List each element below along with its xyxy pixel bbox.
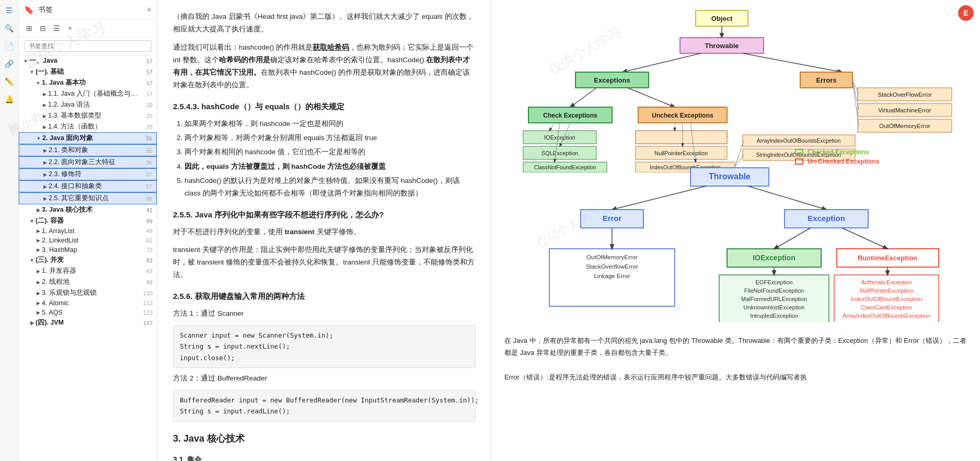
- sidebar-item-java-intro[interactable]: ▶ 1.1. Java 入门（基础概念与常识） 17: [19, 88, 157, 99]
- sidebar-item-label: 2.3. 修饰符: [49, 170, 142, 179]
- pdf-code-block-1: Scanner input = new Scanner(System.in); …: [173, 325, 476, 368]
- expand-all-icon[interactable]: ⊞: [24, 23, 34, 33]
- svg-text:IntruptedException: IntruptedException: [750, 313, 798, 319]
- svg-text:Exception: Exception: [808, 214, 845, 223]
- pdf-para1: 通过我们可以看出：hashcode() 的作用就是获取哈希码，也称为散列码；它实…: [173, 41, 476, 92]
- arrow-icon: ▼: [28, 218, 36, 224]
- collapse-all-icon[interactable]: ⊟: [38, 23, 48, 33]
- sidebar-item-java-oop[interactable]: ▼ 2. Java 面向对象 35: [19, 132, 157, 144]
- svg-text:IlegalArgumentException: IlegalArgumentException: [856, 321, 917, 322]
- bell-icon[interactable]: 🔔: [3, 93, 16, 106]
- sidebar-item-oop-decorator[interactable]: ▶ 2.3. 修饰符 37: [19, 168, 157, 180]
- sidebar-item-aqs[interactable]: ▶ 5. AQS 123: [19, 308, 157, 317]
- sidebar-item-page: 28: [144, 124, 155, 130]
- sidebar-item-label: 一、Java: [29, 56, 142, 65]
- pdf-method2-label: 方法 2：通过 BufferedReader: [173, 372, 476, 385]
- sidebar-item-oop-class[interactable]: ▶ 2.1. 类和对象 35: [19, 144, 157, 156]
- sidebar-item-atomic[interactable]: ▶ 4. Atomic 112: [19, 298, 157, 308]
- sidebar-item-locks[interactable]: ▶ 3. 乐观锁与悲观锁 110: [19, 287, 157, 298]
- sidebar-item-java-methods[interactable]: ▶ 1.4. 方法（函数） 28: [19, 121, 157, 132]
- sidebar-item-hashmap[interactable]: ▶ 3. HashMap 72: [19, 245, 157, 255]
- sidebar-item-two-container[interactable]: ▼ (二). 容器 49: [19, 215, 157, 226]
- bookmark-list-icon[interactable]: ☰: [51, 23, 62, 33]
- sidebar-item-oop-three[interactable]: ▶ 2.2. 面向对象三大特征 36: [19, 156, 157, 168]
- svg-text:Throwable: Throwable: [705, 42, 739, 50]
- svg-text:IOException: IOException: [753, 253, 795, 262]
- arrow-icon: ▶: [41, 113, 48, 119]
- sidebar-item-arraylist[interactable]: ▶ 1. ArrayList 49: [19, 226, 157, 236]
- sidebar-item-page: 17: [144, 58, 155, 64]
- pen-icon[interactable]: ✏️: [3, 75, 16, 88]
- svg-line-21: [570, 88, 596, 107]
- sidebar-item-oop-other[interactable]: ▶ 2.5. 其它重要知识点 38: [19, 192, 157, 204]
- sidebar-close-button[interactable]: ×: [147, 5, 152, 15]
- arrow-icon: ▶: [34, 247, 42, 252]
- sidebar-item-four-jvm[interactable]: ▶ (四). JVM 137: [19, 317, 157, 328]
- svg-text:NullPointerException: NullPointerException: [860, 287, 913, 294]
- arrow-icon: ▶: [41, 148, 49, 153]
- pdf-serializable-para: 对于不想进行序列化的变量，使用 transient 关键字修饰。: [173, 226, 476, 238]
- svg-line-71: [842, 228, 887, 249]
- svg-rect-39: [636, 131, 727, 144]
- link-icon[interactable]: 🔗: [3, 57, 16, 70]
- sidebar-item-label: 1. ArrayList: [42, 227, 142, 235]
- arrow-icon: ▼: [28, 258, 36, 263]
- arrow-icon: ▼: [22, 59, 29, 64]
- bookmark-icon: 🔖: [24, 5, 34, 15]
- sidebar-item-label: 2. Java 面向对象: [42, 134, 142, 143]
- pdf-text-area[interactable]: 仅供个人学习 禁止商业使用 （摘自我的 Java 启蒙书《Head first …: [157, 0, 492, 461]
- pdf-heading31: 3.1. 集合: [173, 453, 476, 461]
- sidebar-item-label: 2.2. 面向对象三大特征: [49, 158, 142, 167]
- sidebar-item-oop-interface[interactable]: ▶ 2.4. 接口和抽象类 37: [19, 180, 157, 192]
- sidebar-item-page: 137: [143, 320, 155, 326]
- sidebar-toolbar: ⊞ ⊟ ☰ ＋: [19, 20, 157, 37]
- document-icon[interactable]: 📄: [3, 40, 16, 52]
- sidebar-item-label: 5. AQS: [42, 309, 141, 316]
- bookmark-add-icon[interactable]: ＋: [65, 23, 75, 33]
- sidebar-item-three-concurrent[interactable]: ▼ (三). 并发 83: [19, 255, 157, 266]
- arrow-icon: ▼: [34, 80, 42, 86]
- sidebar-item-java-basic[interactable]: ▼ 1. Java 基本功 17: [19, 77, 157, 88]
- arrow-icon: ▶: [34, 280, 42, 285]
- sidebar-item-thread-pool[interactable]: ▶ 2. 线程池 88: [19, 276, 157, 287]
- svg-text:Check Exceptions: Check Exceptions: [543, 112, 597, 119]
- sidebar-item-label: 1.4. 方法（函数）: [48, 122, 142, 131]
- arrow-icon: ▶: [41, 184, 49, 189]
- sidebar-search-input[interactable]: [24, 40, 152, 52]
- sidebar-item-label: 2.4. 接口和抽象类: [49, 182, 142, 191]
- menu-icon[interactable]: ☰: [3, 4, 16, 17]
- sidebar-item-java-core[interactable]: ▶ 3. Java 核心技术 41: [19, 204, 157, 215]
- sidebar-item-linkedlist[interactable]: ▶ 2. LinkedList 62: [19, 236, 157, 245]
- sidebar-item-page: 35: [144, 147, 154, 154]
- exception-hierarchy-bottom-svg: Throwable Error Exception OutOfMemoryErr…: [502, 165, 980, 322]
- sidebar-item-page: 37: [144, 183, 154, 190]
- sidebar-item-label: (一). 基础: [36, 67, 142, 76]
- arrow-icon: ▶: [34, 310, 42, 315]
- sidebar-item-label: (四). JVM: [36, 318, 141, 327]
- main-content: 仅供个人学习 禁止商业使用 （摘自我的 Java 启蒙书《Head first …: [157, 0, 980, 461]
- legend-checked-box: [795, 149, 803, 155]
- sidebar-item-java-types[interactable]: ▶ 1.3. 基本数据类型 25: [19, 110, 157, 121]
- legend-unchecked: Un-Checked Exceptions: [795, 158, 970, 165]
- pdf-intro-para: （摘自我的 Java 启蒙书《Head first java》第二版）。这样我们…: [173, 10, 476, 36]
- user-avatar[interactable]: E: [958, 5, 974, 21]
- bottom-text-2: Error（错误）:是程序无法处理的错误，表示运行应用程序中较严重问题。大多数错…: [504, 371, 967, 383]
- svg-text:ArrayIndexOutOfBoundsExcpetion: ArrayIndexOutOfBoundsExcpetion: [757, 137, 841, 144]
- arrow-icon: ▶: [41, 124, 48, 130]
- pdf-heading-serializable: 2.5.5. Java 序列化中如果有些字段不想进行序列化，怎么办?: [173, 208, 476, 222]
- sidebar-item-label: 2. LinkedList: [42, 237, 142, 244]
- svg-text:SQLException: SQLException: [541, 150, 578, 156]
- sidebar-item-page: 41: [144, 207, 155, 213]
- search-strip-icon[interactable]: 🔍: [3, 22, 16, 34]
- svg-text:IOException: IOException: [544, 134, 575, 141]
- sidebar-item-java-syntax[interactable]: ▶ 1.2. Java 语法 20: [19, 99, 157, 110]
- sidebar-item-concurrent-container[interactable]: ▶ 1. 并发容器 83: [19, 266, 157, 276]
- sidebar-item-one-java[interactable]: ▼ 一、Java 17: [19, 55, 157, 66]
- svg-text:StackOverflowError: StackOverflowError: [586, 263, 638, 270]
- svg-text:FileNotFoundException: FileNotFoundException: [744, 287, 804, 294]
- sidebar-item-one-basics[interactable]: ▼ (一). 基础 17: [19, 66, 157, 77]
- svg-text:NullPointerException: NullPointerException: [654, 150, 708, 156]
- svg-line-55: [612, 186, 706, 210]
- sidebar-item-label: 3. Java 核心技术: [42, 205, 142, 214]
- arrow-icon: ▶: [41, 172, 49, 177]
